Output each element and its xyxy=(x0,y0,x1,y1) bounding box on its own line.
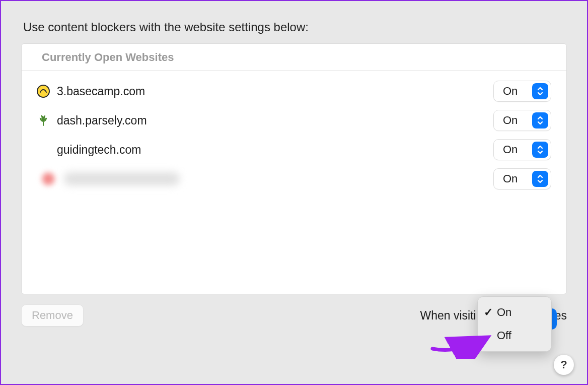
websites-panel: Currently Open Websites 3.basecamp.com O… xyxy=(21,43,567,294)
select-value: On xyxy=(503,85,529,98)
checkmark-icon: ✓ xyxy=(484,306,493,319)
updown-icon xyxy=(532,142,548,158)
updown-icon xyxy=(532,171,548,187)
select-value: On xyxy=(503,172,529,185)
website-row[interactable]: On xyxy=(36,164,552,194)
updown-icon xyxy=(532,83,548,99)
menu-option-label: Off xyxy=(497,329,511,342)
website-row[interactable]: dash.parsely.com On xyxy=(36,106,552,135)
select-value: On xyxy=(503,143,529,156)
website-domain: dash.parsely.com xyxy=(57,114,147,127)
menu-option-on[interactable]: ✓ On xyxy=(478,301,551,324)
section-heading: Use content blockers with the website se… xyxy=(23,20,565,34)
website-domain: 3.basecamp.com xyxy=(57,85,145,98)
redacted-domain xyxy=(64,172,180,185)
select-value: On xyxy=(503,114,529,127)
redacted-favicon xyxy=(40,170,57,187)
parsely-icon xyxy=(37,114,50,127)
updown-icon xyxy=(532,112,548,129)
site-setting-select[interactable]: On xyxy=(493,81,551,102)
website-row[interactable]: guidingtech.com On xyxy=(36,135,552,164)
dropdown-menu: ✓ On Off xyxy=(477,296,552,352)
menu-option-label: On xyxy=(497,306,511,319)
basecamp-icon xyxy=(37,85,50,98)
website-list: 3.basecamp.com On dash.parsely.com xyxy=(22,71,566,194)
help-button[interactable]: ? xyxy=(554,355,574,375)
help-icon: ? xyxy=(560,358,567,371)
site-setting-select[interactable]: On xyxy=(493,110,551,131)
site-setting-select[interactable]: On xyxy=(493,168,551,189)
website-domain: guidingtech.com xyxy=(57,143,141,157)
remove-button[interactable]: Remove xyxy=(21,304,84,327)
panel-header: Currently Open Websites xyxy=(22,44,566,71)
website-row[interactable]: 3.basecamp.com On xyxy=(36,77,552,106)
preferences-pane: Use content blockers with the website se… xyxy=(0,0,588,385)
menu-option-off[interactable]: Off xyxy=(478,324,551,347)
site-setting-select[interactable]: On xyxy=(493,139,551,160)
